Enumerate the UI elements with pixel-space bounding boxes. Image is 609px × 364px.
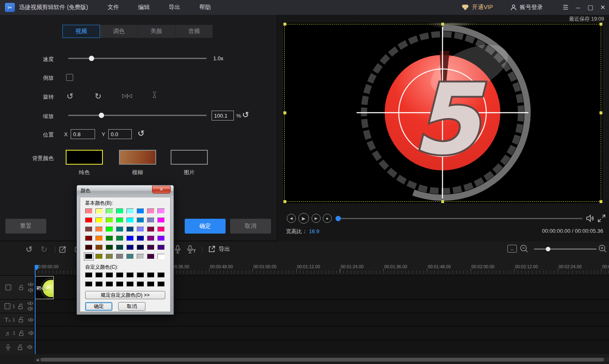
prev-frame-button[interactable]: ◀ [287,214,296,223]
custom-color-swatch[interactable] [85,272,93,278]
basic-color-swatch[interactable] [126,245,134,250]
basic-color-swatch[interactable] [106,245,113,250]
scrollbar-left-arrow[interactable]: ◀ [35,357,40,362]
scale-slider-handle[interactable] [99,113,104,118]
basic-color-swatch[interactable] [116,227,124,232]
basic-color-swatch[interactable] [116,217,124,223]
aspect-ratio-value[interactable]: 16:9 [309,228,319,234]
stop-button[interactable]: ■ [323,214,332,223]
eye-icon[interactable] [28,282,34,286]
dialog-close-button[interactable]: ✕ [152,186,171,194]
timeline-scrollbar[interactable]: ◀ [35,357,609,362]
bg-image-swatch[interactable] [171,150,208,165]
menu-help[interactable]: 帮助 [190,0,220,15]
custom-color-swatch[interactable] [157,281,165,287]
fit-timeline-icon[interactable]: ↔ [507,245,517,253]
basic-color-swatch[interactable] [137,227,144,232]
edit-clip-icon[interactable] [59,245,67,253]
basic-color-swatch[interactable] [95,217,103,223]
menu-edit[interactable]: 编辑 [128,0,159,15]
basic-color-swatch[interactable] [85,227,93,232]
window-close-button[interactable]: ✕ [597,0,609,15]
selection-handle-tr[interactable] [599,23,602,26]
basic-color-swatch[interactable] [106,254,113,259]
speed-slider-handle[interactable] [89,56,94,61]
basic-color-swatch[interactable] [95,208,103,214]
basic-color-swatch[interactable] [157,245,165,250]
basic-color-swatch[interactable] [95,236,103,241]
custom-color-swatch[interactable] [147,272,155,278]
custom-color-swatch[interactable] [126,272,134,278]
speed-slider[interactable] [68,58,207,59]
pos-y-input[interactable]: 0.0 [108,129,132,139]
lock-open-icon[interactable] [18,303,24,310]
basic-color-swatch[interactable] [85,254,93,259]
volume-icon[interactable] [585,213,595,223]
play-button[interactable]: ▶ [298,213,309,224]
flip-vertical-icon[interactable]: ▽△ [153,92,156,97]
basic-color-swatch[interactable] [137,217,144,223]
basic-color-swatch[interactable] [106,217,113,223]
eye-icon[interactable] [28,318,34,322]
basic-color-swatch[interactable] [85,236,93,241]
voice-to-text-icon[interactable] [187,245,197,254]
basic-color-swatch[interactable] [157,254,165,259]
zoom-out-icon[interactable] [520,244,528,253]
window-minimize-button[interactable]: ─ [572,0,584,15]
basic-color-swatch[interactable] [116,236,124,241]
basic-color-swatch[interactable] [147,245,155,250]
position-reset-icon[interactable]: ↺ [138,128,145,138]
window-menu-button[interactable]: ☰ [559,0,572,15]
undo-icon[interactable]: ↺ [26,244,33,254]
playback-progress-handle[interactable] [335,216,341,221]
custom-color-swatch[interactable] [95,272,103,278]
custom-color-swatch[interactable] [137,281,144,287]
lock-open-icon[interactable] [19,330,24,336]
timeline-zoom-handle[interactable] [546,247,550,251]
basic-color-swatch[interactable] [157,236,165,241]
basic-color-swatch[interactable] [157,208,165,214]
basic-color-swatch[interactable] [106,227,113,232]
basic-color-swatch[interactable] [147,208,155,214]
basic-color-swatch[interactable] [106,208,113,214]
basic-color-swatch[interactable] [85,217,93,223]
video-viewport[interactable]: 5 [283,23,602,203]
basic-color-swatch[interactable] [137,236,144,241]
tab-2[interactable]: 美颜 [138,25,175,38]
scale-reset-icon[interactable]: ↺ [242,110,249,120]
open-vip-button[interactable]: 开通VIP [462,4,493,11]
menu-export[interactable]: 导出 [159,0,190,15]
bg-solid-swatch[interactable] [66,150,103,165]
basic-color-swatch[interactable] [95,254,103,259]
export-button[interactable]: 导出 [208,245,230,253]
tab-3[interactable]: 音频 [175,25,213,38]
rotate-cw-icon[interactable]: ↻ [95,91,102,101]
speaker-icon[interactable] [29,331,34,336]
custom-color-swatch[interactable] [147,281,155,287]
zoom-in-icon[interactable] [598,244,607,253]
scale-input[interactable]: 100.1 [212,111,234,121]
selection-handle-br[interactable] [599,200,602,203]
basic-color-swatch[interactable] [147,217,155,223]
playhead-line[interactable] [35,265,36,354]
music-track[interactable]: ♬ 1 [0,326,609,340]
tab-1[interactable]: 调色 [100,25,138,38]
fullscreen-icon[interactable] [597,214,606,223]
dialog-title-bar[interactable]: 颜色 ✕ [77,185,174,196]
basic-color-swatch[interactable] [106,236,113,241]
next-frame-button[interactable]: ▶ [312,214,321,223]
rotate-ccw-icon[interactable]: ↺ [67,91,74,101]
basic-color-swatch[interactable] [137,245,144,250]
custom-color-swatch[interactable] [106,281,113,287]
lock-open-icon[interactable] [18,317,24,323]
speaker-icon[interactable] [28,306,33,311]
scale-slider[interactable] [68,115,207,116]
basic-color-swatch[interactable] [147,254,155,259]
speaker-icon[interactable] [28,288,33,293]
custom-color-swatch[interactable] [157,272,165,278]
custom-color-swatch[interactable] [106,272,113,278]
pos-x-input[interactable]: 0.8 [71,129,95,139]
voice-track[interactable] [0,340,609,354]
basic-color-swatch[interactable] [137,208,144,214]
lock-open-icon[interactable] [17,344,23,350]
